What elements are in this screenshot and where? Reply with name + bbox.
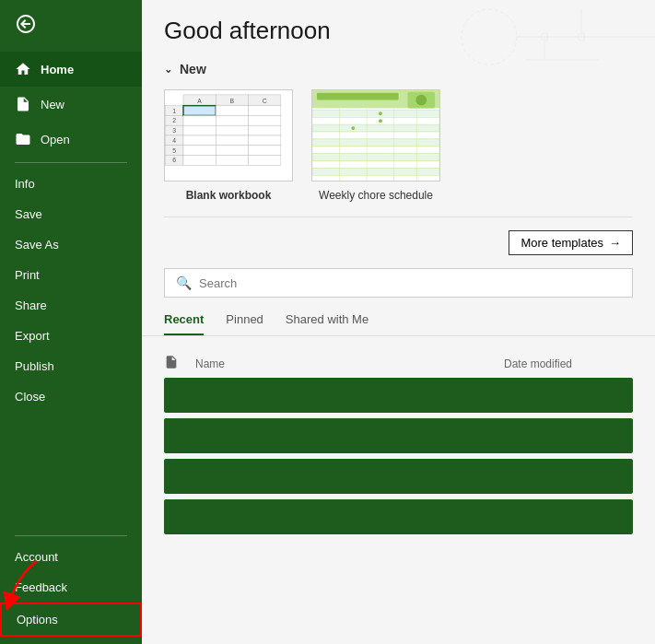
chore-schedule-svg (312, 89, 439, 181)
svg-text:B: B (230, 98, 235, 104)
svg-rect-49 (312, 124, 439, 132)
sidebar-item-options[interactable]: Options (0, 603, 142, 637)
svg-rect-39 (249, 146, 281, 156)
col-date-header: Date modified (504, 357, 633, 370)
tab-recent[interactable]: Recent (164, 312, 204, 335)
svg-text:A: A (197, 98, 202, 104)
sidebar-item-account[interactable]: Account (0, 542, 142, 572)
sidebar-open-label: Open (41, 133, 70, 146)
svg-rect-29 (216, 115, 248, 125)
table-row[interactable] (164, 418, 633, 453)
sidebar-item-publish[interactable]: Publish (0, 351, 142, 381)
svg-rect-54 (312, 161, 439, 169)
svg-text:2: 2 (172, 117, 176, 123)
sidebar-spacer (0, 412, 142, 530)
svg-point-0 (462, 9, 517, 64)
table-header: Name Date modified (142, 349, 655, 378)
sidebar-item-feedback[interactable]: Feedback (0, 572, 142, 603)
table-row[interactable] (164, 459, 633, 494)
svg-rect-32 (216, 125, 248, 135)
svg-point-60 (379, 111, 382, 115)
svg-rect-36 (249, 135, 281, 146)
sidebar-item-share[interactable]: Share (0, 290, 142, 321)
search-row: 🔍 (142, 268, 655, 298)
sidebar-item-home[interactable]: Home (0, 52, 142, 87)
sidebar-item-save[interactable]: Save (0, 199, 142, 229)
svg-rect-47 (312, 110, 439, 117)
svg-rect-40 (183, 156, 216, 166)
blank-workbook-label: Blank workbook (186, 189, 272, 202)
svg-rect-44 (317, 93, 399, 100)
search-icon: 🔍 (176, 275, 192, 290)
tab-pinned[interactable]: Pinned (226, 312, 263, 335)
svg-text:6: 6 (172, 157, 176, 163)
svg-rect-27 (249, 106, 281, 116)
chore-thumb (311, 89, 440, 181)
file-rows (142, 378, 655, 534)
sidebar-bottom: Account Feedback Options (0, 542, 142, 644)
svg-rect-31 (183, 125, 216, 135)
chevron-down-icon: ⌄ (164, 64, 172, 76)
sidebar-item-open[interactable]: Open (0, 122, 142, 157)
template-blank-workbook[interactable]: A B C 1 2 3 4 5 (164, 89, 293, 202)
sidebar-item-print[interactable]: Print (0, 260, 142, 290)
svg-rect-41 (216, 156, 248, 166)
sidebar-new-label: New (41, 98, 64, 111)
svg-text:C: C (263, 98, 267, 104)
svg-rect-50 (312, 132, 439, 139)
table-row[interactable] (164, 499, 633, 534)
more-templates-arrow-icon: → (609, 236, 621, 250)
home-icon (15, 61, 31, 77)
blank-workbook-thumb: A B C 1 2 3 4 5 (164, 89, 293, 181)
tab-shared-with-me[interactable]: Shared with Me (286, 312, 368, 335)
sidebar-item-close[interactable]: Close (0, 381, 142, 412)
table-row[interactable] (164, 378, 633, 413)
new-file-icon (15, 96, 31, 112)
sidebar-divider-2 (15, 535, 127, 536)
sidebar-nav-top: Home New Open (0, 52, 142, 157)
svg-rect-52 (312, 146, 439, 154)
svg-rect-38 (216, 146, 248, 156)
sidebar-item-export[interactable]: Export (0, 321, 142, 351)
open-folder-icon (15, 131, 31, 147)
sidebar-item-info[interactable]: Info (0, 169, 142, 199)
file-header-icon (164, 355, 179, 369)
svg-text:5: 5 (172, 147, 176, 154)
svg-rect-30 (249, 115, 281, 125)
svg-point-46 (415, 95, 427, 106)
main-divider-1 (164, 217, 633, 217)
more-templates-row: More templates → (142, 230, 655, 255)
svg-rect-37 (183, 146, 216, 156)
back-button[interactable] (0, 0, 142, 52)
tabs-row: Recent Pinned Shared with Me (142, 312, 655, 336)
svg-rect-34 (183, 135, 216, 146)
col-name-header: Name (195, 357, 495, 370)
svg-rect-33 (249, 125, 281, 135)
file-icon-header (164, 355, 186, 372)
main-content: Good afternoon ⌄ New A B C (142, 0, 655, 644)
sidebar-home-label: Home (41, 63, 74, 76)
svg-rect-48 (312, 117, 439, 124)
sidebar-item-save-as[interactable]: Save As (0, 229, 142, 260)
svg-text:3: 3 (172, 127, 176, 134)
svg-point-62 (351, 126, 355, 130)
template-chore-schedule[interactable]: Weekly chore schedule (311, 89, 440, 202)
sidebar-item-new[interactable]: New (0, 87, 142, 122)
sidebar-divider-1 (15, 162, 127, 163)
more-templates-label: More templates (520, 236, 603, 250)
svg-text:4: 4 (172, 137, 176, 144)
back-icon (15, 13, 37, 35)
search-box: 🔍 (164, 268, 633, 298)
search-input[interactable] (199, 276, 621, 290)
svg-rect-26 (216, 106, 248, 116)
more-templates-button[interactable]: More templates → (509, 230, 633, 255)
sidebar: Home New Open Info Save Save As Print Sh… (0, 0, 142, 644)
new-section-label: New (180, 62, 206, 76)
blank-workbook-svg: A B C 1 2 3 4 5 (165, 90, 292, 181)
svg-rect-51 (312, 139, 439, 146)
svg-text:1: 1 (172, 108, 176, 114)
svg-rect-25 (183, 106, 216, 116)
svg-rect-35 (216, 135, 248, 146)
circuit-decoration (415, 0, 655, 74)
svg-point-61 (379, 119, 382, 123)
